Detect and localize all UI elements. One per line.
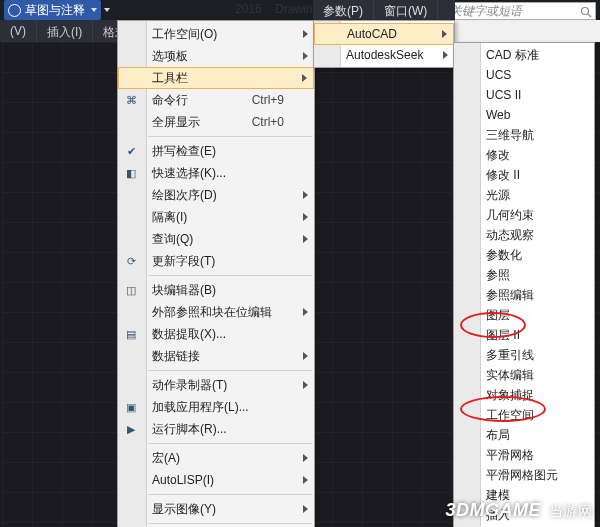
menu-item-label: 参照编辑 [486, 287, 534, 304]
menu-item[interactable]: 绘图次序(D) [118, 184, 314, 206]
menu-item-label: 显示图像(Y) [152, 501, 216, 518]
menu-item[interactable]: ⟳更新字段(T) [118, 250, 314, 272]
menu-item-label: 工具栏 [152, 70, 188, 87]
menu-item-label: 三维导航 [486, 127, 534, 144]
menu-item[interactable]: 多重引线 [454, 345, 594, 365]
submenu-autocad-toolbars: CAD 标准UCSUCS IIWeb三维导航修改修改 II光源几何约束动态观察参… [453, 42, 595, 527]
menu-item[interactable]: 参数化 [454, 245, 594, 265]
chevron-down-icon [91, 8, 97, 12]
submenu-arrow-icon [443, 51, 448, 59]
menu-item-label: Web [486, 108, 510, 122]
menu-item[interactable]: 修改 II [454, 165, 594, 185]
menu-item-label: AutodeskSeek [346, 48, 423, 62]
menu-item-label: 全屏显示 [152, 114, 200, 131]
menu-item-label: 参照 [486, 267, 510, 284]
menu-item[interactable]: 参照编辑 [454, 285, 594, 305]
menu-item[interactable]: ⌘命令行Ctrl+9 [118, 89, 314, 111]
menu-item-label: 工作空间 [486, 407, 534, 424]
menu-item-icon: ✔ [123, 143, 139, 159]
menu-item-label: 查询(Q) [152, 231, 193, 248]
menu-item[interactable]: 查询(Q) [118, 228, 314, 250]
submenu-arrow-icon [303, 505, 308, 513]
menu-item-shortcut: Ctrl+9 [252, 93, 284, 107]
menu-item-label: 修改 II [486, 167, 520, 184]
menu-item[interactable]: 几何约束 [454, 205, 594, 225]
watermark: 3DMGAME 当游网 [445, 500, 592, 521]
menu-item-label: 加载应用程序(L)... [152, 399, 249, 416]
menu-item[interactable]: 全屏显示Ctrl+0 [118, 111, 314, 133]
menu-item-label: 图层 [486, 307, 510, 324]
menu-item[interactable]: AutoCAD [314, 23, 454, 45]
menu-item[interactable]: 图层 [454, 305, 594, 325]
menu-item[interactable]: 动作录制器(T) [118, 374, 314, 396]
menu-item-icon: ⌘ [123, 92, 139, 108]
menu-separator [148, 136, 312, 137]
menu-item[interactable]: UCS [454, 65, 594, 85]
search-icon [580, 6, 592, 18]
tab-v[interactable]: (V) [0, 20, 37, 42]
menu-item[interactable]: 布局 [454, 425, 594, 445]
menu-item-label: 外部参照和块在位编辑 [152, 304, 272, 321]
menu-item[interactable]: 显示图像(Y) [118, 498, 314, 520]
menu-item-label: 快速选择(K)... [152, 165, 226, 182]
menu-item-label: 平滑网格图元 [486, 467, 558, 484]
menu-item-label: 拼写检查(E) [152, 143, 216, 160]
menu-separator [148, 523, 312, 524]
menu-item[interactable]: ▤数据提取(X)... [118, 323, 314, 345]
menu-item[interactable]: ◧快速选择(K)... [118, 162, 314, 184]
submenu-arrow-icon [303, 213, 308, 221]
menu-item[interactable]: 实体编辑 [454, 365, 594, 385]
menu-item[interactable]: 平滑网格 [454, 445, 594, 465]
menu-item[interactable]: 宏(A) [118, 447, 314, 469]
tab-insert[interactable]: 插入(I) [37, 20, 93, 42]
menu-item[interactable]: CAD 标准 [454, 45, 594, 65]
menu-item[interactable]: AutodeskSeek [314, 45, 454, 65]
menu-item-label: 数据提取(X)... [152, 326, 226, 343]
menu-item-shortcut: Ctrl+0 [252, 115, 284, 129]
watermark-cn: 当游网 [549, 503, 593, 519]
menu-item[interactable]: 三维导航 [454, 125, 594, 145]
menu-item[interactable]: 修改 [454, 145, 594, 165]
menu-item[interactable]: 图层 II [454, 325, 594, 345]
menu-item-label: 绘图次序(D) [152, 187, 217, 204]
menu-item-label: 工作空间(O) [152, 26, 217, 43]
menu-item[interactable]: 工作空间(O) [118, 23, 314, 45]
menu-item[interactable]: ▶运行脚本(R)... [118, 418, 314, 440]
menu-item[interactable]: Web [454, 105, 594, 125]
menu-item[interactable]: 选项板 [118, 45, 314, 67]
menu-separator [148, 443, 312, 444]
menu-item[interactable]: UCS II [454, 85, 594, 105]
menu-item-label: 布局 [486, 427, 510, 444]
tab-window[interactable]: 窗口(W) [374, 0, 438, 20]
submenu-arrow-icon [442, 30, 447, 38]
menu-item[interactable]: 隔离(I) [118, 206, 314, 228]
sketch-annotation-button[interactable]: 草图与注释 [4, 0, 101, 20]
menu-separator [148, 494, 312, 495]
menu-separator [148, 370, 312, 371]
submenu-arrow-icon [303, 352, 308, 360]
menu-item[interactable]: ◫块编辑器(B) [118, 279, 314, 301]
menu-item-label: 运行脚本(R)... [152, 421, 227, 438]
menu-item[interactable]: ✔拼写检查(E) [118, 140, 314, 162]
menu-item-icon: ▶ [123, 421, 139, 437]
menu-item[interactable]: AutoLISP(I) [118, 469, 314, 491]
menu-item[interactable]: 对象捕捉 [454, 385, 594, 405]
menu-item-icon: ▤ [123, 326, 139, 342]
title-prefix: 2016 [235, 2, 262, 16]
menu-item[interactable]: 外部参照和块在位编辑 [118, 301, 314, 323]
menu-item-label: 命令行 [152, 92, 188, 109]
menu-item-label: 平滑网格 [486, 447, 534, 464]
menu-item[interactable]: 平滑网格图元 [454, 465, 594, 485]
chevron-down-icon [104, 8, 110, 12]
menu-item[interactable]: 数据链接 [118, 345, 314, 367]
menu-item[interactable]: 动态观察 [454, 225, 594, 245]
menu-item[interactable]: 光源 [454, 185, 594, 205]
menu-item[interactable]: 参照 [454, 265, 594, 285]
menu-item-label: 几何约束 [486, 207, 534, 224]
menu-item[interactable]: 工作空间 [454, 405, 594, 425]
menu-item-icon: ◧ [123, 165, 139, 181]
menu-item[interactable]: 工具栏 [118, 67, 314, 89]
menu-item-label: 数据链接 [152, 348, 200, 365]
tab-params[interactable]: 参数(P) [313, 0, 374, 20]
menu-item[interactable]: ▣加载应用程序(L)... [118, 396, 314, 418]
